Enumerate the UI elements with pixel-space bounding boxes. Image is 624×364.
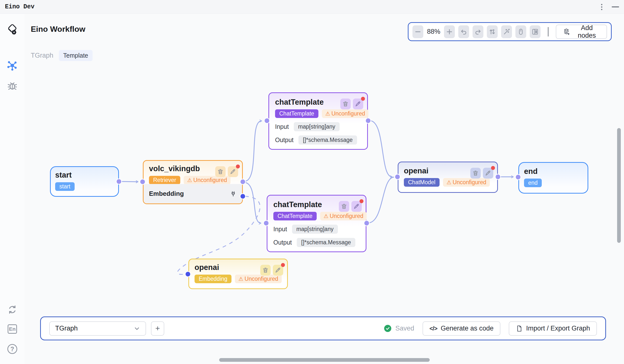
sidebar: En ? [0, 14, 25, 364]
node-start[interactable]: start start [50, 166, 119, 197]
graph-selector-value: TGraph [55, 325, 78, 332]
edit-node-button[interactable] [353, 99, 363, 109]
input-label: Input [273, 226, 287, 233]
plug-icon [230, 190, 237, 197]
port-openai-output[interactable] [496, 175, 500, 179]
node-end[interactable]: end end [518, 162, 588, 194]
vertical-scrollbar[interactable] [617, 128, 621, 243]
node-title: end [524, 167, 583, 176]
output-label: Output [273, 239, 292, 246]
port-openai-embedding-input[interactable] [186, 272, 190, 277]
import-export-graph-button[interactable]: Import / Export Graph [509, 321, 597, 336]
redo-button[interactable] [472, 25, 483, 38]
edge-volc-to-chattemplate-bottom [245, 182, 261, 223]
tab-tgraph[interactable]: TGraph [31, 50, 53, 61]
node-type-badge: ChatTemplate [273, 212, 317, 220]
layers-plus-icon [563, 27, 570, 36]
breadcrumb-tabs: TGraph Template [31, 50, 93, 61]
horizontal-scrollbar[interactable] [219, 358, 430, 362]
help-label: ? [7, 344, 17, 354]
output-label: Output [275, 136, 293, 144]
port-volc-output[interactable] [241, 180, 245, 184]
port-openai-input[interactable] [395, 175, 400, 179]
workflow-graph-icon[interactable] [6, 60, 18, 72]
add-nodes-label: Add nodes [573, 24, 600, 39]
canvas-toolbar: 88% Add nodes [408, 22, 612, 41]
toolbar-divider [548, 27, 548, 36]
port-volc-embedding[interactable] [241, 194, 245, 199]
help-icon[interactable]: ? [7, 344, 17, 354]
app-title: Eino Dev [5, 3, 34, 10]
magic-wand-button[interactable] [501, 25, 512, 38]
embedding-section[interactable]: Embedding [144, 184, 242, 204]
generate-as-code-button[interactable]: </> Generate as code [423, 321, 500, 336]
port-start-output[interactable] [117, 179, 121, 184]
delete-node-button[interactable] [470, 168, 481, 179]
auto-layout-button[interactable] [487, 25, 498, 38]
output-type: []*schema.Message [297, 238, 355, 247]
eino-logo-icon[interactable] [6, 24, 19, 36]
zoom-in-button[interactable] [444, 25, 455, 38]
unconfigured-dot [236, 164, 240, 168]
port-chattemplate-bottom-output[interactable] [364, 221, 369, 226]
node-openai-embedding[interactable]: openai Embedding ⚠Unconfigured [188, 259, 288, 289]
unconfigured-dot [491, 166, 495, 170]
delete-node-button[interactable] [339, 201, 349, 212]
language-en-icon[interactable]: En [8, 324, 17, 334]
titlebar: Eino Dev [0, 0, 624, 14]
node-openai-chatmodel[interactable]: openai ChatModel ⚠Unconfigured [398, 161, 498, 193]
edit-node-button[interactable] [273, 265, 283, 276]
unconfigured-badge: ⚠Unconfigured [184, 176, 231, 184]
unconfigured-dot [281, 263, 285, 267]
warning-icon: ⚠ [324, 213, 329, 219]
node-chattemplate-bottom[interactable]: chatTemplate ChatTemplate ⚠Unconfigured … [267, 195, 366, 252]
input-type: map[string]any [292, 225, 338, 234]
input-type: map[string]any [294, 122, 340, 131]
node-type-badge: ChatTemplate [275, 109, 318, 118]
file-icon [516, 325, 522, 332]
edge-start-to-volc [121, 182, 138, 182]
page-title: Eino Workflow [31, 25, 85, 34]
unconfigured-dot [361, 97, 365, 101]
minimize-icon[interactable] [612, 6, 619, 7]
port-chattemplate-top-output[interactable] [366, 118, 371, 123]
node-chattemplate-top[interactable]: chatTemplate ChatTemplate ⚠Unconfigured … [268, 92, 368, 150]
refresh-icon[interactable] [7, 304, 18, 315]
edit-node-button[interactable] [228, 166, 238, 177]
chevron-down-icon [134, 325, 140, 332]
mouse-mode-button[interactable] [515, 25, 526, 38]
debug-bug-icon[interactable] [7, 80, 18, 92]
window-menu-icon[interactable] [600, 3, 603, 11]
delete-node-button[interactable] [260, 265, 271, 276]
delete-node-button[interactable] [215, 166, 226, 177]
add-graph-button[interactable]: + [151, 321, 164, 336]
panel-layout-button[interactable] [530, 25, 541, 38]
embedding-section-label: Embedding [149, 190, 184, 198]
port-chattemplate-top-input[interactable] [265, 118, 269, 123]
graph-selector[interactable]: TGraph [49, 321, 146, 336]
code-icon: </> [429, 325, 437, 332]
undo-button[interactable] [458, 25, 469, 38]
saved-check-icon [384, 325, 391, 332]
edge-chattemplate-bottom-to-openai [369, 177, 394, 223]
node-title: start [55, 171, 114, 180]
delete-node-button[interactable] [340, 99, 351, 109]
unconfigured-badge: ⚠Unconfigured [235, 275, 282, 283]
port-end-input[interactable] [516, 175, 520, 180]
zoom-out-button[interactable] [413, 25, 423, 38]
unconfigured-badge: ⚠Unconfigured [320, 212, 367, 220]
edge-chattemplate-top-to-openai [370, 121, 392, 177]
unconfigured-badge: ⚠Unconfigured [443, 178, 490, 187]
node-volc-vikingdb[interactable]: volc_vikingdb Retriever ⚠Unconfigured Em… [143, 160, 243, 204]
node-type-badge: ChatModel [404, 178, 440, 187]
edit-node-button[interactable] [351, 201, 362, 212]
port-volc-input[interactable] [140, 180, 145, 184]
node-type-badge: start [55, 182, 75, 191]
edit-node-button[interactable] [483, 168, 493, 179]
tab-template[interactable]: Template [59, 50, 93, 61]
unconfigured-badge: ⚠Unconfigured [322, 109, 369, 118]
output-type: []*schema.Message [298, 135, 357, 145]
add-nodes-button[interactable]: Add nodes [556, 25, 607, 39]
warning-icon: ⚠ [238, 276, 243, 282]
port-chattemplate-bottom-input[interactable] [264, 221, 269, 226]
